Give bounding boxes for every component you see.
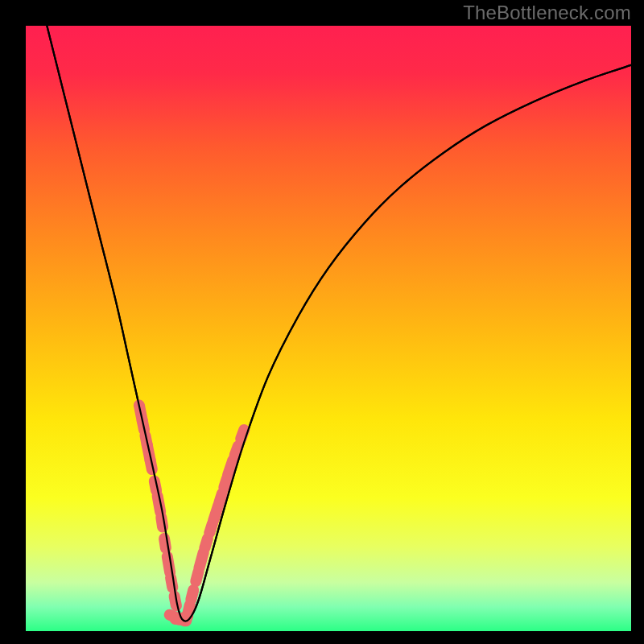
outer-frame: TheBottleneck.com	[0, 0, 644, 644]
bead-marker	[164, 539, 166, 548]
bead-marker	[235, 446, 238, 455]
bead-marker	[171, 578, 172, 588]
bead-marker	[161, 518, 163, 527]
bead-marker	[199, 552, 203, 568]
bead-marker	[204, 539, 207, 547]
bead-marker	[191, 590, 193, 600]
chart-svg	[26, 26, 631, 631]
bead-marker	[241, 430, 244, 439]
gradient-background	[26, 26, 631, 631]
watermark-text: TheBottleneck.com	[463, 2, 631, 24]
bead-marker	[219, 493, 222, 502]
plot-area	[26, 26, 631, 631]
bead-marker	[228, 460, 233, 475]
